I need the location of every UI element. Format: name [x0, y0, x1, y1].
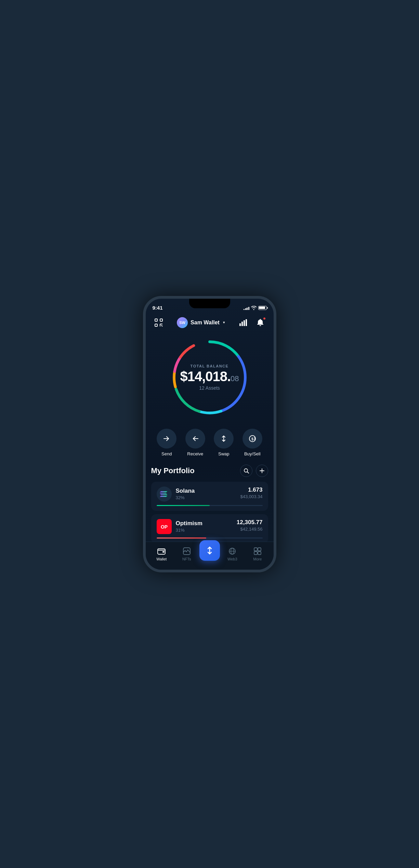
svg-rect-0: [155, 319, 157, 321]
asset-info-optimism: Optimism 31%: [176, 520, 202, 533]
portfolio-actions: [240, 465, 268, 477]
swap-icon: [214, 429, 234, 449]
nav-nfts[interactable]: NFTs: [174, 547, 199, 561]
solana-progress-fill: [157, 505, 210, 506]
battery-icon: [258, 306, 267, 310]
asset-left-optimism: OP Optimism 31%: [157, 519, 202, 534]
app-header: SW Sam Wallet ▾: [146, 314, 274, 332]
chart-icon[interactable]: [237, 316, 249, 329]
scan-icon[interactable]: [153, 316, 165, 329]
wallet-nav-icon: [157, 547, 166, 556]
receive-button[interactable]: Receive: [185, 429, 205, 456]
swap-button[interactable]: Swap: [214, 429, 234, 456]
svg-rect-37: [254, 552, 257, 555]
portfolio-search-button[interactable]: [240, 465, 252, 477]
receive-label: Receive: [187, 451, 203, 456]
svg-rect-9: [246, 319, 247, 326]
buysell-button[interactable]: $ Buy/Sell: [243, 429, 262, 456]
svg-text:$: $: [251, 437, 253, 441]
nav-center-button[interactable]: [199, 540, 220, 561]
asset-card-top-optimism: OP Optimism 31% 12,305.77 $42,149.56: [157, 519, 263, 534]
balance-section: TOTAL BALANCE $14,018.08 12 Assets: [146, 333, 274, 422]
more-nav-label: More: [253, 557, 262, 561]
optimism-amount: 12,305.77: [237, 519, 263, 526]
signal-bar-1: [244, 309, 245, 310]
portfolio-add-button[interactable]: [256, 465, 268, 477]
solana-name: Solana: [176, 488, 195, 494]
balance-amount-main: $14,018.: [180, 370, 231, 383]
solana-value: $43,003.34: [240, 494, 262, 499]
bottom-nav: Wallet NFTs: [146, 542, 274, 570]
wallet-selector[interactable]: SW Sam Wallet ▾: [177, 317, 225, 328]
solana-icon: [157, 487, 172, 502]
bell-icon[interactable]: [254, 316, 266, 329]
asset-info-solana: Solana 32%: [176, 488, 195, 500]
nav-more[interactable]: More: [245, 547, 270, 561]
donut-center: TOTAL BALANCE $14,018.08 12 Assets: [180, 364, 239, 391]
portfolio-section: My Portfolio: [146, 456, 274, 542]
send-label: Send: [161, 451, 172, 456]
wallet-name: Sam Wallet: [191, 320, 220, 326]
nav-wallet[interactable]: Wallet: [149, 547, 174, 561]
web3-nav-label: Web3: [227, 557, 237, 561]
asset-card-top-solana: Solana 32% 1.673 $43,003.34: [157, 487, 263, 502]
svg-rect-2: [155, 324, 157, 326]
solana-percent: 32%: [176, 495, 195, 500]
asset-card-optimism[interactable]: OP Optimism 31% 12,305.77 $42,149.56: [151, 514, 268, 542]
battery-fill: [259, 307, 265, 309]
nfts-nav-label: NFTs: [182, 557, 191, 561]
asset-left-solana: Solana 32%: [157, 487, 195, 502]
wifi-icon: [251, 306, 257, 310]
notification-badge: [263, 317, 266, 320]
optimism-icon: OP: [157, 519, 172, 534]
asset-list: Solana 32% 1.673 $43,003.34: [151, 482, 268, 542]
asset-card-solana[interactable]: Solana 32% 1.673 $43,003.34: [151, 482, 268, 511]
action-buttons: Send Receive: [146, 422, 274, 456]
receive-icon: [185, 429, 205, 449]
balance-label: TOTAL BALANCE: [180, 364, 239, 368]
svg-rect-36: [258, 548, 261, 551]
signal-bars-icon: [244, 306, 249, 310]
nav-web3[interactable]: Web3: [220, 547, 245, 561]
signal-bar-2: [245, 308, 246, 310]
optimism-name: Optimism: [176, 520, 202, 527]
web3-nav-icon: [228, 547, 237, 556]
phone-screen: 9:41: [146, 299, 274, 570]
notch: [189, 299, 230, 308]
svg-rect-38: [258, 552, 261, 555]
phone-frame: 9:41: [143, 296, 276, 572]
status-icons: [244, 306, 267, 310]
svg-rect-7: [241, 322, 243, 326]
optimism-progress-fill: [157, 537, 207, 539]
donut-chart: TOTAL BALANCE $14,018.08 12 Assets: [165, 333, 254, 422]
portfolio-header: My Portfolio: [151, 465, 268, 477]
balance-assets-count: 12 Assets: [180, 385, 239, 391]
svg-line-5: [161, 325, 162, 326]
send-button[interactable]: Send: [157, 429, 176, 456]
more-nav-icon: [253, 547, 262, 556]
svg-rect-8: [244, 320, 245, 326]
chevron-down-icon: ▾: [223, 320, 225, 325]
optimism-progress-bar: [157, 537, 263, 539]
avatar: SW: [177, 317, 188, 328]
svg-line-23: [247, 472, 249, 473]
swap-label: Swap: [218, 451, 230, 456]
signal-bar-3: [247, 308, 248, 310]
optimism-percent: 31%: [176, 528, 202, 533]
status-time: 9:41: [153, 305, 163, 311]
balance-amount-cents: 08: [231, 374, 239, 383]
svg-rect-29: [162, 551, 165, 553]
portfolio-title: My Portfolio: [151, 466, 195, 475]
buysell-label: Buy/Sell: [244, 451, 261, 456]
send-icon: [157, 429, 176, 449]
optimism-value: $42,149.56: [237, 527, 263, 532]
nfts-nav-icon: [182, 547, 191, 556]
solana-progress-bar: [157, 505, 263, 506]
buysell-icon: $: [243, 429, 262, 449]
header-actions: [237, 316, 266, 329]
svg-rect-35: [254, 548, 257, 551]
svg-rect-6: [239, 323, 241, 326]
svg-text:OP: OP: [160, 524, 167, 530]
svg-rect-1: [160, 319, 162, 321]
solana-amount: 1.673: [240, 487, 262, 493]
